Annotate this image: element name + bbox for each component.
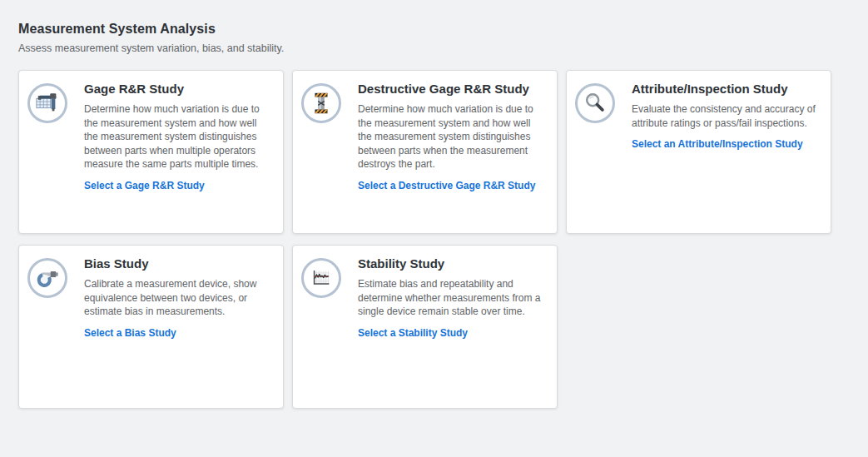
select-bias-study-link[interactable]: Select a Bias Study xyxy=(84,327,176,340)
magnifier-icon xyxy=(583,91,608,116)
gage-rr-icon-ring xyxy=(27,83,67,123)
bias-icon-ring xyxy=(27,258,67,298)
card-description: Determine how much variation is due to t… xyxy=(84,102,270,171)
attribute-inspection-icon-ring xyxy=(575,83,615,123)
destructive-gage-rr-icon-ring xyxy=(301,83,341,123)
select-stability-study-link[interactable]: Select a Stability Study xyxy=(358,327,468,340)
card-title: Gage R&R Study xyxy=(84,81,270,97)
card-stability-study: Stability Study Estimate bias and repeat… xyxy=(292,245,558,409)
card-description: Determine how much variation is due to t… xyxy=(358,102,543,171)
card-description: Calibrate a measurement device, show equ… xyxy=(84,277,270,319)
control-chart-icon xyxy=(309,266,334,291)
select-gage-rr-study-link[interactable]: Select a Gage R&R Study xyxy=(84,180,205,192)
study-card-grid: Gage R&R Study Determine how much variat… xyxy=(18,70,831,409)
card-title: Stability Study xyxy=(358,256,543,272)
card-gage-rr-study: Gage R&R Study Determine how much variat… xyxy=(18,70,284,234)
select-destructive-gage-rr-study-link[interactable]: Select a Destructive Gage R&R Study xyxy=(358,180,535,192)
card-description: Estimate bias and repeatability and dete… xyxy=(358,277,543,319)
card-title: Bias Study xyxy=(84,256,270,272)
card-body: Bias Study Calibrate a measurement devic… xyxy=(67,256,270,398)
card-title: Attribute/Inspection Study xyxy=(632,81,817,97)
card-body: Destructive Gage R&R Study Determine how… xyxy=(341,81,543,223)
msa-page: Measurement System Analysis Assess measu… xyxy=(0,0,868,409)
card-destructive-gage-rr-study: Destructive Gage R&R Study Determine how… xyxy=(292,70,558,234)
card-attribute-inspection-study: Attribute/Inspection Study Evaluate the … xyxy=(566,70,831,234)
micrometer-icon xyxy=(35,266,60,291)
destructive-test-icon xyxy=(309,91,334,116)
page-subtitle: Assess measurement system variation, bia… xyxy=(18,42,850,55)
stability-icon-ring xyxy=(301,258,341,298)
card-description: Evaluate the consistency and accuracy of… xyxy=(632,102,817,130)
card-title: Destructive Gage R&R Study xyxy=(358,81,543,97)
page-title: Measurement System Analysis xyxy=(18,22,850,37)
card-body: Stability Study Estimate bias and repeat… xyxy=(341,256,543,398)
caliper-grid-icon xyxy=(35,91,60,116)
card-body: Gage R&R Study Determine how much variat… xyxy=(67,81,270,223)
card-bias-study: Bias Study Calibrate a measurement devic… xyxy=(18,245,284,409)
select-attribute-inspection-study-link[interactable]: Select an Attribute/Inspection Study xyxy=(632,138,803,151)
card-body: Attribute/Inspection Study Evaluate the … xyxy=(615,81,817,223)
